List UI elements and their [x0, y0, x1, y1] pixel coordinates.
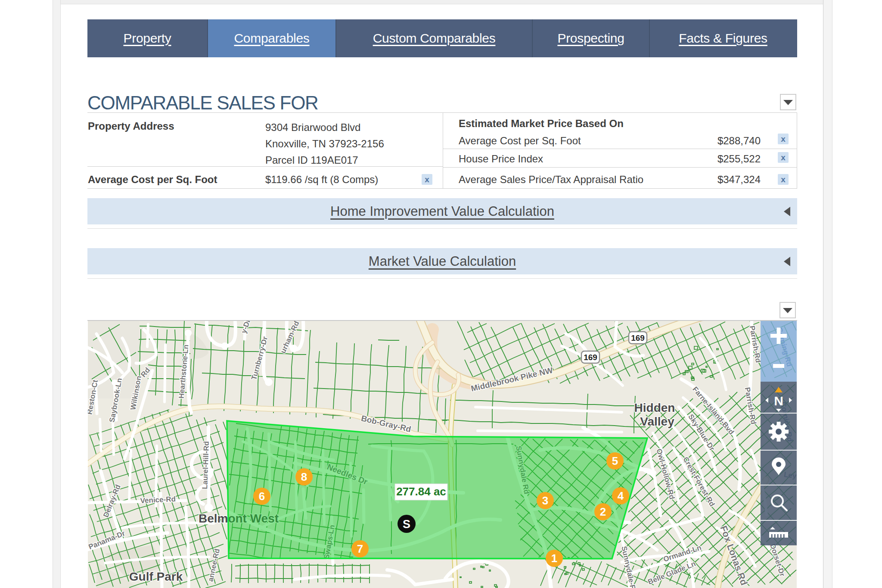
- svg-text:5: 5: [612, 454, 618, 467]
- svg-text:8: 8: [301, 470, 307, 483]
- svg-text:Hidden: Hidden: [634, 401, 675, 414]
- svg-text:169: 169: [631, 333, 645, 342]
- svg-text:277.84 ac: 277.84 ac: [396, 485, 446, 498]
- svg-text:3: 3: [542, 494, 548, 507]
- svg-text:169: 169: [584, 353, 597, 362]
- svg-text:1: 1: [551, 552, 557, 565]
- svg-text:7: 7: [357, 542, 363, 555]
- svg-text:6: 6: [259, 490, 265, 503]
- svg-text:Laurel-Hill-Rd: Laurel-Hill-Rd: [201, 441, 211, 489]
- svg-text:N: N: [774, 394, 783, 408]
- svg-text:Valley: Valley: [640, 415, 674, 428]
- svg-text:4: 4: [618, 489, 624, 502]
- svg-text:2: 2: [600, 505, 606, 518]
- svg-text:Gulf Park: Gulf Park: [129, 570, 183, 583]
- svg-text:S: S: [403, 518, 410, 531]
